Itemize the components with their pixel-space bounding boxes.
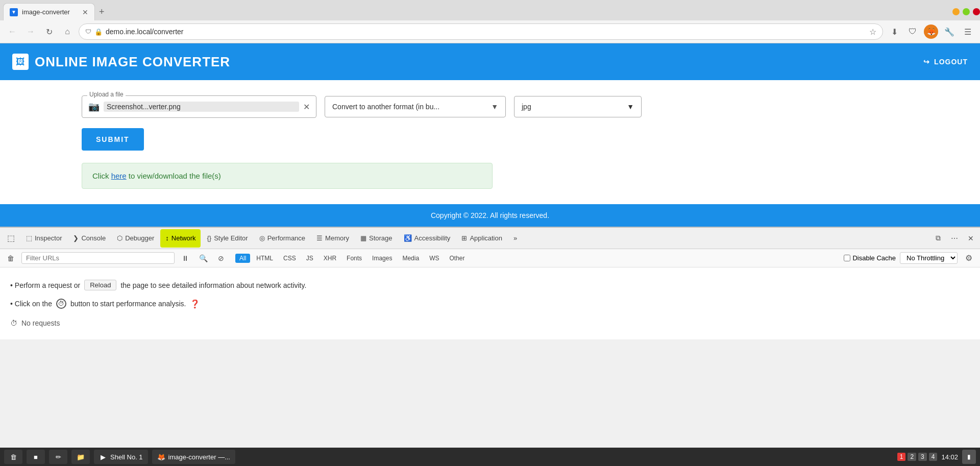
accessibility-icon: ♿: [404, 234, 412, 242]
taskbar-editor[interactable]: ✏: [49, 450, 67, 464]
performance-label: Performance: [267, 234, 305, 242]
close-window-button[interactable]: [973, 8, 980, 15]
tab-accessibility[interactable]: ♿ Accessibility: [399, 229, 456, 248]
tab-style-editor[interactable]: {} Style Editor: [202, 229, 253, 248]
network-hint-1: • Perform a request or Reload the page t…: [10, 280, 970, 290]
filter-ws[interactable]: WS: [425, 254, 443, 263]
shield-button[interactable]: 🛡: [905, 24, 920, 39]
footer-text: Copyright © 2022. All rights reserved.: [431, 211, 549, 219]
back-button[interactable]: ←: [5, 24, 19, 39]
taskbar-num-2[interactable]: 2: [908, 453, 916, 461]
taskbar-firefox[interactable]: 🦊 image-converter —...: [152, 450, 235, 464]
shell-icon: ▶: [99, 453, 107, 461]
taskbar-shell[interactable]: ▶ Shell No. 1: [94, 450, 148, 464]
inspector-label: Inspector: [35, 234, 62, 242]
star-icon[interactable]: ☆: [869, 27, 876, 37]
console-label: Console: [81, 234, 106, 242]
tab-application[interactable]: ⊞ Application: [456, 229, 507, 248]
upload-field[interactable]: Upload a file 📷 Screenshot...verter.png …: [82, 95, 316, 118]
taskbar-trash[interactable]: 🗑: [4, 450, 22, 464]
pause-button[interactable]: ⏸: [179, 253, 192, 264]
stop-record-button[interactable]: ⊘: [215, 253, 227, 264]
tab-inspector[interactable]: ⬚ Inspector: [21, 229, 67, 248]
filter-other[interactable]: Other: [445, 254, 469, 263]
filter-css[interactable]: CSS: [279, 254, 300, 263]
folder-icon: 📁: [77, 453, 85, 461]
taskbar-folder[interactable]: 📁: [71, 450, 90, 464]
taskbar-num-1[interactable]: 1: [897, 453, 906, 461]
tab-storage[interactable]: ▦ Storage: [355, 229, 398, 248]
clear-upload-button[interactable]: ✕: [303, 102, 310, 112]
tab-title: image-converter: [22, 8, 78, 16]
minimize-button[interactable]: [952, 8, 960, 15]
app-header: 🖼 ONLINE IMAGE CONVERTER ↪ LOGOUT: [0, 43, 980, 80]
performance-record-icon: ⏱: [56, 299, 66, 309]
tab-memory[interactable]: ☰ Memory: [311, 229, 354, 248]
submit-button[interactable]: SUBMIT: [82, 128, 144, 151]
devtools-actions: ⧉ ⋯ ✕: [931, 231, 978, 246]
filter-fonts[interactable]: Fonts: [342, 254, 366, 263]
format-dropdown[interactable]: Convert to another format (in bu... ▼: [325, 96, 506, 117]
maximize-button[interactable]: [963, 8, 970, 15]
taskbar-terminal-black[interactable]: ■: [27, 450, 45, 464]
undock-button[interactable]: ⧉: [931, 231, 945, 246]
disable-cache-area[interactable]: Disable Cache: [844, 254, 896, 262]
downloads-button[interactable]: ⬇: [887, 24, 901, 39]
hint2-prefix: • Click on the: [10, 300, 52, 308]
debugger-icon: ⬡: [117, 234, 122, 242]
filter-urls-input[interactable]: [21, 252, 175, 264]
filter-images[interactable]: Images: [368, 254, 396, 263]
avatar-button[interactable]: 🦊: [924, 24, 938, 39]
taskbar-num-4[interactable]: 4: [929, 453, 938, 461]
filter-js[interactable]: JS: [302, 254, 317, 263]
tab-network[interactable]: ↕ Network: [160, 229, 201, 248]
result-text-prefix: Click: [92, 171, 111, 180]
filter-all[interactable]: All: [235, 254, 250, 263]
throttle-dropdown[interactable]: No Throttling: [900, 252, 958, 264]
menu-button[interactable]: ☰: [961, 24, 975, 39]
taskbar-terminal-end[interactable]: ▮: [962, 450, 976, 464]
tab-console[interactable]: ❯ Console: [68, 229, 111, 248]
close-devtools-button[interactable]: ✕: [964, 231, 978, 246]
ext-dropdown[interactable]: jpg ▼: [514, 96, 642, 117]
network-label: Network: [172, 234, 196, 242]
pencil-icon: ✏: [54, 453, 62, 461]
disable-cache-checkbox[interactable]: [844, 255, 850, 261]
filter-html[interactable]: HTML: [252, 254, 277, 263]
disable-cache-label: Disable Cache: [852, 254, 896, 262]
url-display[interactable]: demo.ine.local/converter: [106, 28, 866, 36]
more-options-button[interactable]: ⋯: [947, 231, 962, 246]
console-icon: ❯: [73, 234, 79, 242]
search-network-button[interactable]: 🔍: [196, 253, 211, 264]
taskbar-num-3[interactable]: 3: [918, 453, 927, 461]
tab-performance[interactable]: ◎ Performance: [254, 229, 310, 248]
result-text-suffix: to view/download the file(s): [127, 171, 221, 180]
reload-button[interactable]: ↻: [42, 24, 56, 39]
reload-page-button[interactable]: Reload: [84, 280, 116, 290]
logout-button[interactable]: ↪ LOGOUT: [923, 58, 968, 66]
performance-icon: ◎: [259, 234, 265, 242]
trash-taskbar-icon: 🗑: [9, 453, 17, 461]
filter-media[interactable]: Media: [398, 254, 423, 263]
tab-debugger[interactable]: ⬡ Debugger: [112, 229, 159, 248]
more-tabs-icon: »: [513, 234, 517, 242]
help-icon[interactable]: ❓: [190, 299, 200, 309]
extensions-button[interactable]: 🔧: [942, 24, 957, 39]
filter-xhr[interactable]: XHR: [320, 254, 340, 263]
app-icon: 🖼: [12, 54, 29, 70]
address-bar[interactable]: 🛡 🔒 demo.ine.local/converter ☆: [79, 23, 883, 40]
tab-close-btn[interactable]: ✕: [82, 8, 88, 16]
forward-button[interactable]: →: [23, 24, 38, 39]
memory-icon: ☰: [316, 234, 323, 242]
add-tab-button[interactable]: +: [99, 7, 105, 17]
application-label: Application: [470, 234, 502, 242]
network-settings-button[interactable]: ⚙: [962, 251, 976, 265]
tab-more[interactable]: »: [508, 229, 522, 248]
home-button[interactable]: ⌂: [60, 24, 75, 39]
debugger-label: Debugger: [125, 234, 154, 242]
browser-tab[interactable]: ▼ image-converter ✕: [3, 3, 95, 20]
devtools-toolbar: ⬚ ⬚ Inspector ❯ Console ⬡ Debugger ↕ Net…: [0, 228, 980, 249]
result-link[interactable]: here: [111, 171, 127, 180]
clear-network-button[interactable]: 🗑: [4, 253, 17, 264]
devtools-pick-element[interactable]: ⬚: [2, 229, 20, 248]
